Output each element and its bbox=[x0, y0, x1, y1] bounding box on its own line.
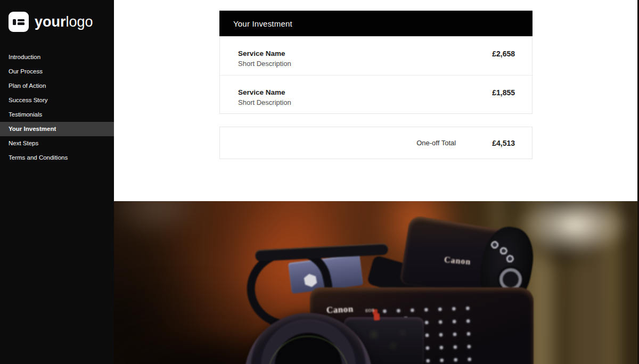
service-name: Service Name bbox=[238, 88, 291, 96]
service-price: £2,658 bbox=[492, 49, 515, 58]
service-description: Short Description bbox=[238, 60, 291, 68]
canon-logo-body: Canon bbox=[326, 304, 354, 316]
section-title: Your Investment bbox=[233, 19, 292, 28]
main-content: Your Investment Service Name Short Descr… bbox=[114, 0, 639, 364]
sidebar-item-success-story[interactable]: Success Story bbox=[0, 93, 114, 107]
service-price: £1,855 bbox=[492, 88, 515, 97]
sidebar-item-testimonials[interactable]: Testimonials bbox=[0, 107, 114, 122]
sidebar-item-plan-of-action[interactable]: Plan of Action bbox=[0, 79, 114, 93]
service-info: Service Name Short Description bbox=[238, 88, 291, 106]
service-info: Service Name Short Description bbox=[238, 49, 291, 68]
services-card: Service Name Short Description £2,658 Se… bbox=[219, 36, 532, 114]
service-row: Service Name Short Description £2,658 bbox=[220, 37, 532, 75]
camera-lens-glint bbox=[364, 324, 412, 361]
logo-icon-bar-left bbox=[13, 19, 16, 25]
camera: Canon Canon EOS bbox=[114, 201, 639, 364]
total-card: One-off Total £4,513 bbox=[219, 127, 532, 159]
sidebar-item-next-steps[interactable]: Next Steps bbox=[0, 136, 114, 151]
camera-red-badge bbox=[374, 313, 380, 321]
investment-section: Your Investment Service Name Short Descr… bbox=[219, 0, 532, 159]
logo-text-bold: your bbox=[35, 14, 66, 30]
logo-icon-bar-bottom bbox=[18, 22, 24, 25]
logo: yourlogo bbox=[0, 0, 114, 32]
section-header: Your Investment bbox=[219, 11, 532, 36]
sidebar-item-our-process[interactable]: Our Process bbox=[0, 64, 114, 79]
proposal-page: yourlogo Introduction Our Process Plan o… bbox=[0, 0, 639, 364]
sidebar: yourlogo Introduction Our Process Plan o… bbox=[0, 0, 114, 364]
total-label: One-off Total bbox=[416, 139, 456, 147]
logo-text: yourlogo bbox=[35, 15, 93, 29]
service-row: Service Name Short Description £1,855 bbox=[220, 75, 532, 113]
total-value: £4,513 bbox=[492, 139, 515, 147]
logo-text-light: logo bbox=[66, 14, 93, 30]
service-name: Service Name bbox=[238, 49, 291, 57]
camera-connector-ports bbox=[485, 238, 518, 268]
sidebar-item-terms-and-conditions[interactable]: Terms and Conditions bbox=[0, 151, 114, 165]
eos-label: EOS bbox=[365, 308, 374, 313]
logo-icon-bar-top bbox=[18, 19, 24, 21]
logo-icon bbox=[9, 12, 29, 32]
service-description: Short Description bbox=[238, 98, 291, 106]
camera-photo: Canon Canon EOS bbox=[114, 201, 639, 364]
sidebar-item-your-investment[interactable]: Your Investment bbox=[0, 122, 114, 136]
sidebar-nav: Introduction Our Process Plan of Action … bbox=[0, 50, 114, 165]
sidebar-item-introduction[interactable]: Introduction bbox=[0, 50, 114, 64]
